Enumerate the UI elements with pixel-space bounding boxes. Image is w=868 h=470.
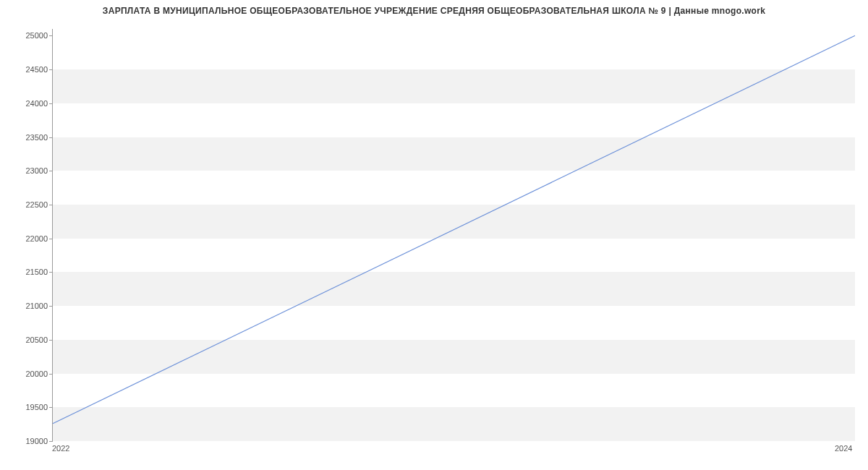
y-tick-mark (49, 137, 53, 138)
chart-container: ЗАРПЛАТА В МУНИЦИПАЛЬНОЕ ОБЩЕОБРАЗОВАТЕЛ… (0, 0, 868, 470)
y-tick-label: 25000 (25, 31, 48, 40)
y-tick-label: 21500 (25, 268, 48, 276)
y-tick-mark (49, 306, 53, 307)
plot-area (52, 29, 855, 441)
y-tick-label: 23000 (25, 166, 48, 175)
y-tick-label: 24500 (25, 65, 48, 74)
y-tick-mark (49, 69, 53, 70)
y-tick-label: 22500 (25, 200, 48, 209)
y-tick-mark (49, 239, 53, 239)
y-tick-mark (49, 103, 53, 104)
y-tick-mark (49, 171, 53, 171)
y-tick-label: 19000 (25, 437, 48, 445)
y-tick-label: 20000 (25, 369, 48, 378)
line-series (53, 29, 855, 440)
x-tick-label: 2022 (52, 444, 69, 453)
y-tick-label: 19500 (25, 403, 48, 411)
chart-title: ЗАРПЛАТА В МУНИЦИПАЛЬНОЕ ОБЩЕОБРАЗОВАТЕЛ… (0, 6, 868, 16)
y-tick-mark (49, 35, 53, 36)
series-line (53, 35, 855, 423)
y-tick-mark (49, 272, 53, 273)
y-tick-mark (49, 374, 53, 375)
y-tick-label: 23500 (25, 133, 48, 142)
x-tick-label: 2024 (835, 444, 852, 453)
y-tick-mark (49, 441, 53, 442)
y-tick-mark (49, 340, 53, 341)
y-tick-label: 22000 (25, 234, 48, 243)
y-tick-mark (49, 407, 53, 408)
y-tick-mark (49, 205, 53, 205)
y-tick-label: 24000 (25, 99, 48, 108)
y-tick-label: 21000 (25, 302, 48, 310)
y-tick-label: 20500 (25, 336, 48, 344)
